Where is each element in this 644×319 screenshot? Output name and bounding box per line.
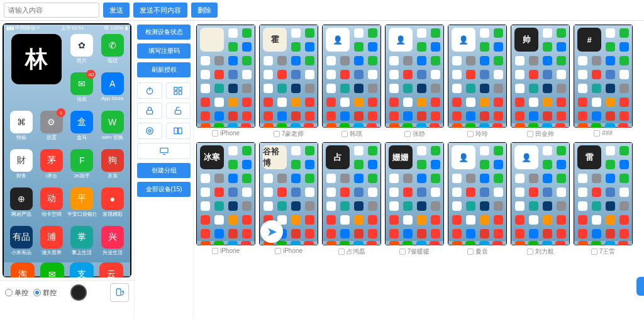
thumb-app-icon [417,84,426,93]
thumb-app-icon [529,56,538,65]
device-checkbox[interactable] [594,130,600,137]
power-button[interactable] [137,82,162,99]
send-diff-button[interactable]: 发送不同内容 [133,3,187,18]
thumb-app-icon [291,56,301,65]
dock-app-0[interactable]: 淘 [11,262,35,277]
device-screen[interactable]: 冰寒 [196,142,255,245]
app-8[interactable]: 財财务 [8,149,36,186]
dock-app-2[interactable]: 支 [70,262,94,277]
device-screen[interactable]: 👤 [511,142,570,245]
rotate-button[interactable] [110,283,129,302]
device-checkbox[interactable] [527,249,533,255]
unlock-button[interactable] [166,103,191,119]
phone-preview[interactable]: ▮▮▮ 中国移动 ᯤ 上午10:51 ⦿ 100% ▮ 林✿照片✆电话✉40信息… [3,23,131,277]
device-screen[interactable]: 雷 [574,142,633,245]
thumb-app-icon [452,56,462,65]
device-screen[interactable]: 霍 [259,25,318,128]
thumb-app-icon [326,98,336,107]
screenshot-button[interactable] [137,123,162,139]
device-checkbox[interactable] [338,249,345,255]
thumb-app-icon [619,70,629,79]
thumb-app-icon [264,187,273,197]
thumb-app-icon [592,98,601,107]
device-checkbox[interactable] [212,248,218,254]
device-checkbox[interactable] [527,131,533,137]
app-14[interactable]: 平平安口袋银行 [67,187,96,224]
create-group-button[interactable]: 创建分组 [137,163,191,178]
device-screen[interactable]: 👤 [448,25,507,128]
thumb-app-icon [494,84,503,93]
app-icon: ● [101,187,124,210]
device-checkbox[interactable] [275,248,281,254]
device-checkbox[interactable] [467,131,474,137]
app-17[interactable]: 浦浦大喜奔 [38,226,66,262]
device-screen[interactable] [196,25,255,128]
help-tab[interactable] [636,277,644,296]
app-7[interactable]: WWiFi 切换 [98,111,126,147]
app-15[interactable]: ●发现精彩 [98,187,126,224]
device-checkbox[interactable] [404,131,411,137]
app-13[interactable]: 动动卡空间 [38,187,66,224]
multitask-button[interactable] [166,82,191,99]
device-checkbox[interactable] [274,131,280,137]
all-devices-button[interactable]: 全部设备(15) [137,182,191,197]
send-button[interactable]: 发送 [103,3,130,18]
device-name: iPhone [220,130,240,137]
lock-button[interactable] [137,103,162,119]
app-3[interactable]: AApp Store [98,72,126,109]
app-10[interactable]: F2K助手 [67,149,96,186]
thumb-app-icon [452,84,462,93]
fill-register-button[interactable]: 填写注册码 [137,43,191,59]
refresh-auth-button[interactable]: 刷新授权 [137,62,191,77]
layout-button[interactable] [166,123,191,139]
device-screen[interactable]: 👤 [385,25,444,128]
mode-single-radio[interactable]: 单控 [5,288,28,298]
home-button[interactable] [70,284,87,301]
device-checkbox[interactable] [467,249,474,255]
app-18[interactable]: 掌掌上生活 [67,226,96,262]
app-icon: 掌 [70,226,93,249]
device-screen[interactable]: # [574,25,633,128]
app-16[interactable]: 有品小米有品 [8,226,36,262]
device-screen[interactable]: 帅 [511,25,570,128]
display-button[interactable] [137,143,191,159]
app-19[interactable]: 兴兴业生活 [98,226,126,262]
device-checkbox[interactable] [212,130,218,137]
device-screen[interactable]: 👤 [448,142,507,245]
thumb-app-icon [494,70,503,79]
device-screen[interactable]: 姗姗 [385,142,444,245]
dock-app-1[interactable]: ✉ [40,262,64,277]
thumb-app-icon [515,229,525,238]
device-screen[interactable]: 👤 [322,25,381,128]
app-12[interactable]: ⊕网易严选 [8,187,36,224]
thumb-app-icon [494,56,503,65]
thumb-app-icon [543,160,552,169]
delete-button[interactable]: 删除 [191,3,218,18]
device-checkbox[interactable] [591,249,597,255]
app-0[interactable]: ✿照片 [67,34,96,70]
app-1[interactable]: ✆电话 [98,34,126,70]
svg-rect-10 [174,128,177,133]
device-checkbox[interactable] [399,249,406,255]
app-2[interactable]: ✉40信息 [67,72,96,109]
thumb-app-icon [291,187,301,197]
app-11[interactable]: 狗京东 [98,149,126,186]
mode-group-radio[interactable]: 群控 [33,288,57,298]
device-screen[interactable]: 占 [322,142,381,245]
app-6[interactable]: 盒盒马 [67,111,96,147]
app-9[interactable]: 茅i茅台 [38,149,66,186]
app-4[interactable]: ⌘快贴 [8,111,36,147]
thumb-app-icon [228,201,238,211]
check-status-button[interactable]: 检测设备状态 [137,25,191,40]
app-5[interactable]: ⚙1设置 [38,111,66,147]
app-label: i茅台 [46,172,57,179]
layout-icon [173,126,183,136]
thumb-app-icon [515,98,525,107]
dock-app-3[interactable]: 云 [99,262,123,277]
thumb-app-icon [619,56,629,65]
thumb-app-icon [291,201,301,211]
device-checkbox[interactable] [341,131,348,137]
message-input[interactable] [4,3,99,18]
floating-logo[interactable]: ➤ [260,220,283,243]
thumb-app-icon [417,111,426,121]
